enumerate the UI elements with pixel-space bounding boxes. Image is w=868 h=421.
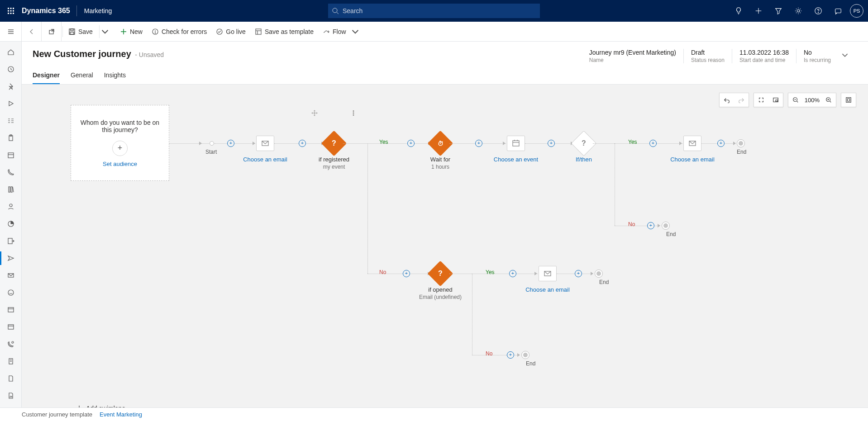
add-node-button[interactable]: + (475, 140, 482, 147)
breadcrumb-template-link[interactable]: Event Marketing (100, 411, 142, 418)
add-node-button[interactable]: + (649, 140, 657, 147)
filter-button[interactable] (768, 0, 788, 22)
nav-contacts[interactable] (0, 198, 21, 215)
add-node-button[interactable]: + (227, 140, 234, 147)
open-new-window-button[interactable] (42, 22, 62, 42)
tab-designer[interactable]: Designer (33, 71, 60, 84)
nav-tasks[interactable] (0, 112, 21, 129)
tab-insights[interactable]: Insights (104, 71, 126, 84)
add-node-button[interactable]: + (299, 140, 306, 147)
nav-clipboard[interactable] (0, 129, 21, 147)
nav-recent[interactable] (0, 61, 21, 78)
nav-doc[interactable] (0, 370, 21, 387)
product-brand[interactable]: Dynamics 365 (22, 7, 76, 15)
fullscreen-button[interactable] (841, 93, 856, 107)
product-area[interactable]: Marketing (77, 7, 119, 14)
save-as-template-button[interactable]: Save as template (250, 22, 318, 42)
user-avatar[interactable]: PS (850, 4, 863, 18)
nav-email[interactable] (0, 267, 21, 284)
app-launcher-button[interactable] (0, 7, 22, 14)
save-split-chevron[interactable] (99, 25, 111, 38)
node-if-then-label[interactable]: If/then (548, 156, 620, 163)
go-live-button[interactable]: Go live (211, 22, 250, 42)
check-errors-button[interactable]: Check for errors (147, 22, 211, 42)
flow-label: Flow (333, 28, 346, 35)
new-button[interactable]: New (115, 22, 147, 42)
undo-button[interactable] (720, 93, 734, 107)
minimap-button[interactable] (768, 93, 783, 107)
node-event-label[interactable]: Choose an event (480, 156, 552, 163)
nav-home[interactable] (0, 43, 21, 61)
header-expand-button[interactable] (838, 52, 857, 60)
audience-start-box[interactable]: Whom do you want to be on this journey? … (71, 105, 169, 181)
add-node-button[interactable]: + (407, 140, 415, 147)
node-if-opened[interactable]: ? (431, 265, 449, 283)
node-if-then[interactable]: ? (575, 134, 593, 152)
nav-play[interactable] (0, 95, 21, 112)
global-search-input[interactable] (328, 4, 540, 18)
help-button[interactable] (808, 0, 828, 22)
save-button[interactable]: Save (64, 22, 115, 42)
header-field-name[interactable]: Journey mr9 (Event Marketing) Name (582, 49, 683, 63)
node-email-opened-label[interactable]: Choose an email (511, 286, 584, 293)
nav-segments[interactable] (0, 215, 21, 232)
nav-outbound[interactable] (0, 232, 21, 250)
lightbulb-button[interactable] (729, 0, 749, 22)
add-node-button[interactable]: + (717, 140, 725, 147)
nav-page1[interactable] (0, 301, 21, 318)
nav-pinned[interactable] (0, 78, 21, 95)
node-wait[interactable]: ⏱ (431, 134, 449, 152)
nav-phone[interactable] (0, 164, 21, 181)
settings-button[interactable] (788, 0, 808, 22)
designer-canvas[interactable]: Whom do you want to be on this journey? … (22, 85, 728, 407)
add-swimlane-button[interactable]: Add swimlane (76, 405, 125, 407)
tab-general[interactable]: General (71, 71, 93, 84)
nav-page2[interactable] (0, 318, 21, 336)
back-button[interactable] (22, 22, 42, 42)
assistant-button[interactable] (828, 0, 848, 22)
audience-set-link[interactable]: Set audience (103, 161, 137, 167)
nav-calendar[interactable] (0, 147, 21, 164)
nav-journeys[interactable] (0, 250, 21, 267)
nav-toggle-button[interactable] (0, 22, 22, 42)
svg-rect-1 (10, 8, 12, 9)
add-node-button[interactable]: + (507, 351, 514, 359)
nav-social[interactable] (0, 284, 21, 301)
move-icon[interactable] (311, 110, 318, 116)
redo-button[interactable] (734, 93, 749, 107)
gear-icon (794, 7, 802, 15)
add-node-button[interactable]: + (575, 270, 582, 277)
zoom-out-button[interactable] (788, 93, 803, 107)
node-email-yes-label[interactable]: Choose an email (656, 156, 729, 163)
nav-report[interactable] (0, 387, 21, 404)
nav-grid[interactable] (0, 404, 21, 407)
nav-callcenter[interactable] (0, 336, 21, 353)
add-node-button[interactable]: + (548, 140, 555, 147)
node-email-1-label[interactable]: Choose an email (229, 156, 301, 163)
svg-point-13 (797, 9, 799, 12)
node-if-registered[interactable]: ? (325, 134, 343, 152)
fit-button[interactable] (754, 93, 768, 107)
record-title: New Customer journey (33, 49, 131, 59)
svg-rect-43 (8, 238, 12, 244)
add-node-button[interactable]: + (403, 270, 410, 277)
node-email-yes[interactable] (683, 136, 701, 151)
nav-library[interactable] (0, 181, 21, 198)
designer-canvas-wrap[interactable]: 100% Whom do you want to be on this jour… (22, 85, 868, 407)
node-event[interactable] (507, 136, 525, 151)
header-field-start[interactable]: 11.03.2022 16:38 Start date and time (732, 49, 796, 63)
nav-building[interactable] (0, 353, 21, 370)
zoom-in-button[interactable] (821, 93, 836, 107)
flow-button[interactable]: Flow (318, 22, 363, 42)
add-node-button[interactable]: + (647, 222, 654, 229)
add-button[interactable] (749, 0, 768, 22)
audience-add-button[interactable]: + (112, 141, 128, 156)
global-search-wrap (328, 4, 540, 18)
node-email-opened[interactable] (539, 266, 557, 281)
header-field-recurring[interactable]: No Is recurring (796, 49, 838, 63)
header-field-status[interactable]: Draft Status reason (683, 49, 732, 63)
svg-point-50 (12, 341, 14, 343)
node-email-1[interactable] (256, 136, 274, 151)
add-node-button[interactable]: + (509, 270, 516, 277)
more-icon[interactable] (350, 110, 357, 116)
